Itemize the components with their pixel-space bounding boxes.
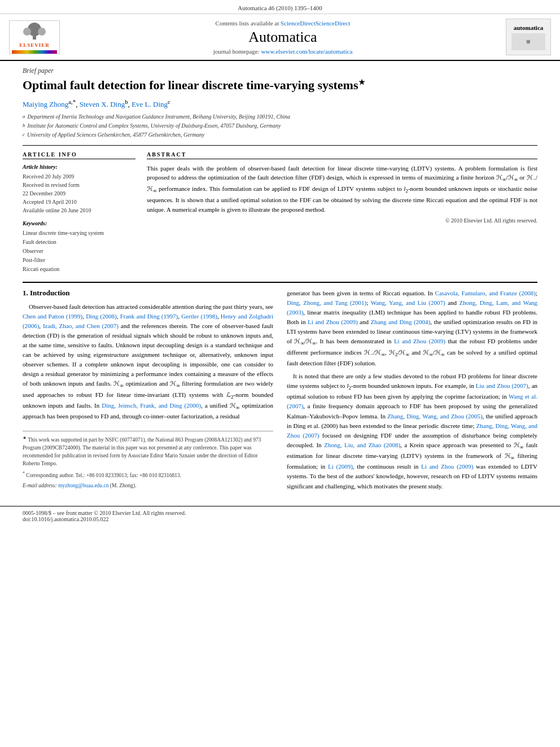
citation-bar: Automatica 46 (2010) 1395–1400	[0, 0, 560, 14]
intro-right-text: generator has been given in terms of Ric…	[287, 289, 537, 491]
elsevier-stripe	[12, 50, 57, 54]
body-section: 1. Introduction Observer-based fault det…	[23, 282, 537, 495]
body-right: generator has been given in terms of Ric…	[287, 289, 537, 495]
intro-left-text: Observer-based fault detection has attra…	[23, 302, 273, 422]
sciencedirect-link[interactable]: ScienceDirect	[281, 20, 316, 27]
ref-zhong-liu-zhao[interactable]: Zhong, Liu, and Zhao (2008)	[324, 442, 400, 448]
brief-paper-label: Brief paper	[23, 67, 537, 75]
svg-point-2	[23, 28, 31, 36]
keyword-4: Post-filter	[23, 256, 135, 265]
email-link[interactable]: myzhong@buaa.edu.cn	[58, 483, 108, 488]
footnote-star-2: *	[23, 471, 25, 476]
history-item-1: Received 20 July 2009	[23, 172, 135, 181]
paper-title: Optimal fault detection for linear discr…	[23, 77, 537, 94]
automatica-logo-text: automatica	[514, 24, 544, 31]
footnote-1: ★ This work was supported in part by NSF…	[23, 435, 273, 468]
elsevier-text: ELSEVIER	[19, 42, 50, 48]
author-3[interactable]: Eve L. Ding	[132, 100, 168, 108]
two-col-body: 1. Introduction Observer-based fault det…	[23, 289, 537, 495]
affiliation-3-text: University of Applied Sciences Gelsenkir…	[27, 130, 204, 139]
paper-title-text: Optimal fault detection for linear discr…	[23, 78, 358, 92]
journal-title: Automatica	[71, 29, 495, 46]
ref-zhang-ding-wang-zhou-2005[interactable]: Zhang, Ding, Wang, and Zhou (2005)	[387, 413, 482, 420]
elsevier-logo: ELSEVIER	[9, 20, 60, 54]
footnote-star: ★	[23, 435, 27, 440]
ref-ding-zhong-tang[interactable]: Ding, Zhong, and Tang (2001)	[287, 299, 366, 306]
ref-ding-2008[interactable]: Ding (2008)	[86, 313, 117, 320]
ref-zhang-ding-2004[interactable]: Zhang and Ding (2004)	[371, 318, 431, 325]
author-1[interactable]: Maiying Zhong	[23, 100, 68, 108]
sciencedirect-line: Contents lists available at ScienceDirec…	[71, 20, 495, 27]
bottom-bar: 0005-1098/$ – see front matter © 2010 El…	[0, 506, 560, 526]
ref-gertler[interactable]: Gertler (1998)	[181, 313, 217, 320]
affil-super-c: c	[23, 130, 25, 139]
keyword-2: Fault detection	[23, 238, 135, 247]
citation-text: Automatica 46 (2010) 1395–1400	[238, 5, 322, 11]
footnote-2: * Corresponding author. Tel.: +86 010 82…	[23, 470, 273, 479]
homepage-url[interactable]: www.elsevier.com/locate/automatica	[261, 48, 353, 55]
ref-frank-ding[interactable]: Frank and Ding (1997)	[120, 313, 178, 320]
author-3-super: c	[168, 98, 170, 105]
keyword-3: Observer	[23, 247, 135, 256]
ref-li-2009[interactable]: Li (2009)	[328, 463, 353, 470]
intro-section-title: 1. Introduction	[23, 289, 273, 298]
keywords-label: Keywords:	[23, 220, 135, 226]
sciencedirect-link-text[interactable]: ScienceDirect	[316, 20, 351, 27]
authors-line: Maiying Zhonga,*, Steven X. Dingb, Eve L…	[23, 98, 537, 109]
ref-ding-jeinsch[interactable]: Ding, Jeinsch, Frank, and Ding (2000)	[102, 402, 201, 409]
keyword-5: Riccati equation	[23, 265, 135, 274]
history-item-4: Accepted 19 April 2010	[23, 198, 135, 206]
homepage-prefix: journal homepage:	[213, 48, 260, 55]
doi-text: doi:10.1016/j.automatica.2010.05.022	[23, 516, 108, 522]
ref-wang-yang-liu[interactable]: Wang, Yang, and Liu (2007)	[371, 299, 445, 306]
journal-center: Contents lists available at ScienceDirec…	[60, 20, 506, 55]
author-1-super: a,*	[68, 98, 76, 105]
issn-text: 0005-1098/$ – see front matter © 2010 El…	[23, 510, 186, 516]
ref-izadi[interactable]: Izadi, Zhao, and Chen (2007)	[43, 322, 119, 329]
sciencedirect-prefix: Contents lists available at	[216, 20, 279, 27]
affiliations: a Department of Inertia Technology and N…	[23, 112, 537, 139]
page: Automatica 46 (2010) 1395–1400 ELSEVIER …	[0, 0, 560, 747]
affiliation-1-text: Department of Inertia Technology and Nav…	[28, 112, 290, 121]
automatica-thumbnail: ▦	[511, 33, 545, 50]
article-info-col: ARTICLE INFO Article history: Received 2…	[23, 151, 135, 274]
history-item-5: Available online 26 June 2010	[23, 206, 135, 215]
journal-header: ELSEVIER Contents lists available at Sci…	[0, 14, 560, 61]
history-item-2: Received in revised form	[23, 181, 135, 189]
ref-li-zhou-2009-b[interactable]: Li and Zhou (2009)	[394, 338, 445, 344]
history-item-3: 22 December 2009	[23, 189, 135, 198]
copyright-line: © 2010 Elsevier Ltd. All rights reserved…	[147, 217, 537, 224]
ref-li-zhou-2009[interactable]: Li and Zhou (2009)	[308, 318, 358, 325]
affiliation-2-text: Institute for Automatic Control and Comp…	[28, 121, 281, 130]
article-history-label: Article history:	[23, 164, 135, 170]
body-left: 1. Introduction Observer-based fault det…	[23, 289, 273, 495]
title-footnote: ★	[358, 78, 365, 86]
affil-super-b: b	[23, 121, 25, 130]
footnote-3: E-mail address: myzhong@buaa.edu.cn (M. …	[23, 482, 273, 490]
keyword-1: Linear discrete time-varying system	[23, 229, 135, 238]
footnote-area: ★ This work was supported in part by NSF…	[23, 431, 273, 490]
affiliation-1: a Department of Inertia Technology and N…	[23, 112, 537, 121]
affiliation-2: b Institute for Automatic Control and Co…	[23, 121, 537, 130]
abstract-header: ABSTRACT	[147, 151, 537, 159]
svg-point-3	[38, 28, 46, 36]
affil-super-a: a	[23, 112, 25, 121]
journal-homepage: journal homepage: www.elsevier.com/locat…	[71, 48, 495, 55]
article-info-abstract-section: ARTICLE INFO Article history: Received 2…	[23, 145, 537, 274]
article-info-header: ARTICLE INFO	[23, 151, 135, 159]
ref-casavola[interactable]: Casavola, Famularo, and Franze (2008)	[435, 290, 536, 296]
automatica-logo-right: automatica ▦	[506, 19, 551, 55]
ref-liu-zhou-2007[interactable]: Liu and Zhou (2007)	[476, 382, 528, 389]
ref-chen-patton[interactable]: Chen and Patton (1999)	[23, 313, 82, 320]
ref-wang-et-al[interactable]: Wang et al. (2007)	[287, 393, 537, 409]
ref-li-zhou-cont[interactable]: Li and Zhou (2009)	[421, 463, 473, 470]
elsevier-tree-icon	[20, 21, 49, 41]
affiliation-3: c University of Applied Sciences Gelsenk…	[23, 130, 537, 139]
main-content: Brief paper Optimal fault detection for …	[0, 61, 560, 500]
abstract-col: ABSTRACT This paper deals with the probl…	[147, 151, 537, 274]
ref-zhang-ding-wang-zhou-2007[interactable]: Zhang, Ding, Wang, and Zhou (2007)	[287, 422, 537, 439]
abstract-text: This paper deals with the problem of obs…	[147, 164, 537, 214]
author-2[interactable]: Steven X. Ding	[80, 100, 125, 108]
